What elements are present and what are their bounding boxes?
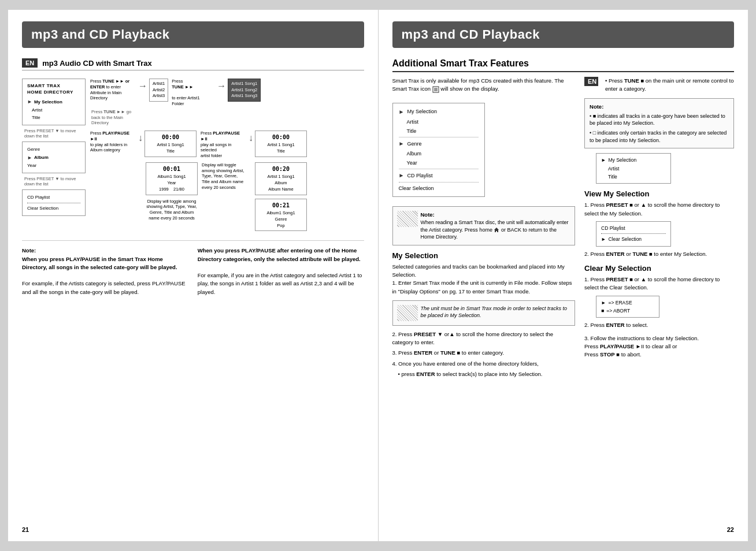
right-body: Smart Trax is only available for mp3 CDs… xyxy=(392,77,735,381)
arrow-label-a10: Display will toggle among showing Artist… xyxy=(146,199,198,221)
diag-note-preset1: Press PRESET ▼ to movedown the list xyxy=(22,128,76,139)
my-sel-steps: 2. Press PRESET ▼ or▲ to scroll the home… xyxy=(392,330,576,378)
sel-album: Album xyxy=(399,149,479,158)
clear-my-selection-title: Clear My Selection xyxy=(584,264,734,273)
cd-playlist-box: CD Playlist ► Clear Selection xyxy=(596,221,671,247)
left-page: mp3 and CD Playback EN mp3 Audio CD with… xyxy=(8,10,379,541)
right-page: mp3 and CD Playback Additional Smart Tra… xyxy=(379,10,748,541)
en-badge-left: EN xyxy=(22,58,38,68)
right-header: mp3 and CD Playback xyxy=(392,21,735,48)
stb-my-selection: ►My Selection xyxy=(27,98,80,106)
arrow-label-a1: Press TUNE ►► orENTER to enterAttribute … xyxy=(90,79,136,101)
stb-year: Year xyxy=(27,162,80,169)
callout-wave-1 xyxy=(397,211,418,227)
vms-step2: 2. Press ENTER or TUNE ■ to enter My Sel… xyxy=(584,250,734,258)
arrow-label-a9: Display will toggle among showing Artist… xyxy=(199,162,246,191)
right-page-number: 22 xyxy=(727,526,734,533)
smart-trax-box2: Genre ►Album Year xyxy=(22,142,86,173)
my-selection-title: My Selection xyxy=(392,251,576,260)
stb-artist: Artist xyxy=(27,106,80,114)
arrow-label-a3: Press TUNE ►►to enter Artist1Folder xyxy=(172,79,215,107)
cpb-divider xyxy=(601,233,666,234)
stb-title: Title xyxy=(27,114,80,121)
diagram-area: SMART TRAX HOME DIRECTORY ►My Selection … xyxy=(22,79,364,231)
playback-box3: 00:01 Album1 Song1 Year 1999 21/80 xyxy=(146,162,198,195)
sat-title: Title xyxy=(601,173,666,181)
arrow-label-a2: Press TUNE ►► go back to the Main Direct… xyxy=(90,109,136,126)
arrow-label-a8: Press PLAY/PAUSE ►IIplay all songs in se… xyxy=(201,131,247,159)
selection-artist-title-box: ► My Selection Artist Title xyxy=(596,153,671,184)
vms-step1: 1. Press PRESET ■ or ▲ to scroll the hom… xyxy=(584,201,734,218)
sel-cd-playlist: ► CD Playlist xyxy=(399,170,479,181)
stb-album: ►Album xyxy=(27,154,80,162)
smart-trax-header2: HOME DIRECTORY xyxy=(27,89,80,95)
playback-box5: 00:21 Album1 Song1 Genre Pop xyxy=(255,199,307,232)
sel-artist: Artist xyxy=(399,117,479,126)
note-col-left: Note: When you press PLAY/PAUSE in the S… xyxy=(22,247,188,296)
note-text1-right: When you press PLAY/PAUSE after entering… xyxy=(198,247,361,262)
eb-abort: ■ => ABORT xyxy=(601,307,654,315)
playback-box1: 00:00 Artist 1 Song1 Title xyxy=(144,131,197,157)
left-page-number: 21 xyxy=(22,526,29,533)
note-text1-left: When you press PLAY/PAUSE in the Smart T… xyxy=(22,256,177,270)
sat-my-selection: ► My Selection xyxy=(601,156,666,164)
right-section-title: Additional Smart Trax Features xyxy=(392,58,735,72)
sel-clear-selection: Clear Selection xyxy=(399,184,479,193)
stb-clear: Clear Selection xyxy=(27,204,80,212)
step-4: 4. Once you have entered one of the home… xyxy=(392,360,576,368)
left-title: mp3 and CD Playback xyxy=(31,27,355,42)
right-title: mp3 and CD Playback xyxy=(402,27,725,42)
stb-cdplaylist: CD Playlist xyxy=(27,193,80,201)
intro-text: Smart Trax is only available for mp3 CDs… xyxy=(392,77,576,94)
sat-artist: Artist xyxy=(601,165,666,173)
step-3: 3. Press ENTER or TUNE ■ to enter catego… xyxy=(392,349,576,357)
clear-my-sel-steps: 1. Press PRESET ■ or ▲ to scroll the hom… xyxy=(584,276,734,292)
note-callout-1: Note: When reading a Smart Trax disc, th… xyxy=(392,206,576,245)
en-badge-right: EN xyxy=(584,77,598,86)
cms-step3: 3. Follow the instructions to clear My S… xyxy=(584,334,734,359)
sel-genre: ► Genre xyxy=(399,139,479,149)
right-left-col: Smart Trax is only available for mp3 CDs… xyxy=(392,77,576,381)
eb-erase: ► => ERASE xyxy=(601,299,654,307)
step-4b: • press ENTER to select track(s) to plac… xyxy=(392,370,576,378)
note-callout-1-text: Note: When reading a Smart Trax disc, th… xyxy=(421,211,571,240)
diag-note-preset2: Press PRESET ▼ to movedown the list xyxy=(22,176,76,187)
step-2: 2. Press PRESET ▼ or▲ to scroll the home… xyxy=(392,330,576,347)
right-note-line2: • □ indicates only certain tracks in the… xyxy=(590,129,729,144)
view-my-selection-title: View My Selection xyxy=(584,189,734,198)
left-section-bar: EN mp3 Audio CD with Smart Trax xyxy=(22,58,364,70)
playback-box4: 00:20 Artist 1 Song1 Album Album Name xyxy=(255,162,307,195)
sel-title: Title xyxy=(399,126,479,136)
right-col-note: • Press TUNE ■ on the main unit or remot… xyxy=(605,77,734,94)
right-note-box: Note: • ■ indicates all tracks in a cate… xyxy=(584,98,734,149)
note-text2-left: For example, if the Artists category is … xyxy=(22,280,188,296)
right-note-line1: • ■ indicates all tracks in a cate-gory … xyxy=(590,113,729,127)
right-right-col: EN • Press TUNE ■ on the main unit or re… xyxy=(584,77,734,381)
note-title-left: Note: xyxy=(22,247,36,254)
notes-section: Note: When you press PLAY/PAUSE in the S… xyxy=(22,240,364,296)
sel-my-selection: ► My Selection xyxy=(399,107,479,117)
left-header: mp3 and CD Playback xyxy=(22,21,364,48)
note-callout-2: The unit must be in Smart Trax mode in o… xyxy=(392,300,576,326)
left-section-title: mp3 Audio CD with Smart Trax xyxy=(42,59,152,68)
eb-abort-label: => ABORT xyxy=(606,307,630,315)
cms-step1: 1. Press PRESET ■ or ▲ to scroll the hom… xyxy=(584,276,734,292)
main-selector-box: ► My Selection Artist Title ► Genre Albu… xyxy=(392,103,485,198)
arrow-label-a5: Press PLAY/PAUSE ►IIto play all folders … xyxy=(90,131,136,153)
right-note-header: Note: xyxy=(590,103,729,110)
artist-box: Artist1Artist2Artist3 xyxy=(149,79,168,102)
eb-erase-label: => ERASE xyxy=(608,299,632,307)
playback-box2: 00:00 Artist 1 Song1 Title xyxy=(255,131,307,157)
callout-wave-2 xyxy=(397,305,418,321)
cpb-clear-selection: ► Clear Selection xyxy=(601,235,666,243)
sel-year: Year xyxy=(399,158,479,167)
smart-trax-header1: SMART TRAX xyxy=(27,83,80,89)
songs-box: Artist1 Song1Artist1 Song2Artist1 Song3 xyxy=(228,79,261,102)
stb-genre: Genre xyxy=(27,146,80,153)
note-text2-right: For example, if you are in the Artist ca… xyxy=(198,271,364,296)
smart-trax-box: SMART TRAX HOME DIRECTORY ►My Selection … xyxy=(22,79,86,125)
cms-step2: 2. Press ENTER to select. xyxy=(584,321,734,329)
svg-marker-4 xyxy=(494,228,499,232)
smart-trax-box3: CD Playlist Clear Selection xyxy=(22,189,86,215)
my-selection-text: Selected categories and tracks can be bo… xyxy=(392,263,576,296)
